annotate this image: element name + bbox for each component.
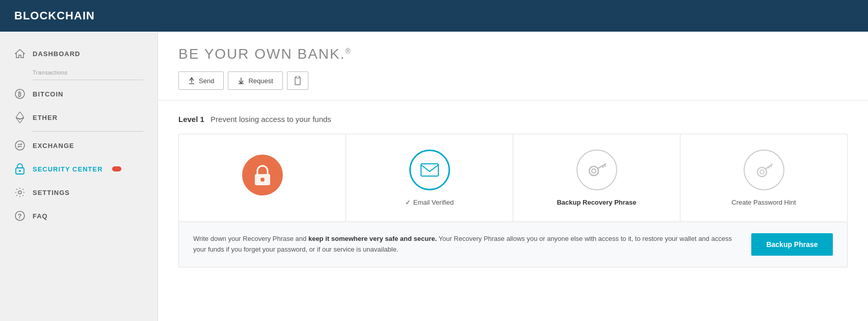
sidebar: Dashboard Transactions ₿ Bitcoin E bbox=[0, 32, 158, 321]
email-card[interactable]: ✓ Email Verified bbox=[346, 134, 513, 221]
ether-icon bbox=[14, 112, 25, 123]
password-circle bbox=[744, 150, 784, 190]
sidebar-item-bitcoin-label: Bitcoin bbox=[33, 90, 63, 98]
clipboard-icon bbox=[294, 76, 302, 85]
svg-point-7 bbox=[18, 191, 21, 194]
email-icon bbox=[420, 163, 439, 177]
svg-rect-16 bbox=[421, 164, 438, 176]
svg-point-4 bbox=[15, 141, 24, 150]
main-content: BE YOUR OWN BANK.® Send Request bbox=[158, 32, 868, 321]
send-icon bbox=[188, 77, 195, 84]
sidebar-item-settings-label: Settings bbox=[33, 189, 70, 196]
settings-icon bbox=[14, 187, 25, 198]
backup-circle bbox=[576, 150, 617, 190]
sidebar-item-ether-label: Ether bbox=[33, 114, 58, 121]
svg-text:₿: ₿ bbox=[18, 91, 22, 98]
info-section: Write down your Recovery Phrase and keep… bbox=[178, 222, 848, 267]
exchange-icon bbox=[14, 140, 25, 151]
sidebar-item-ether[interactable]: Ether bbox=[0, 106, 157, 129]
backup-icon bbox=[587, 160, 607, 180]
lock-card-icon bbox=[253, 165, 272, 185]
sidebar-item-dashboard-label: Dashboard bbox=[33, 50, 81, 58]
lock-circle bbox=[242, 155, 283, 195]
content-top: BE YOUR OWN BANK.® Send Request bbox=[158, 32, 868, 101]
sidebar-item-settings[interactable]: Settings bbox=[0, 181, 157, 204]
active-indicator bbox=[112, 166, 121, 171]
security-cards: ✓ Email Verified bbox=[178, 134, 848, 222]
svg-point-6 bbox=[19, 170, 21, 172]
logo: BLOCKCHAIN bbox=[14, 9, 854, 22]
password-label: Create Password Hint bbox=[731, 199, 796, 206]
svg-point-15 bbox=[260, 178, 265, 182]
app-header: BLOCKCHAIN bbox=[0, 0, 868, 32]
sidebar-item-security-label: Security Center bbox=[33, 165, 103, 173]
lock-card[interactable] bbox=[179, 134, 346, 221]
checkmark-icon: ✓ bbox=[405, 199, 411, 206]
svg-point-22 bbox=[757, 167, 767, 177]
transactions-section-label: Transactions bbox=[0, 65, 157, 78]
svg-point-23 bbox=[760, 170, 764, 174]
svg-point-17 bbox=[589, 166, 598, 176]
sidebar-item-faq[interactable]: ? FAQ bbox=[0, 204, 157, 228]
clipboard-button[interactable] bbox=[287, 71, 308, 90]
backup-phrase-button[interactable]: Backup Phrase bbox=[751, 233, 833, 256]
backup-label: Backup Recovery Phrase bbox=[557, 199, 636, 206]
email-circle bbox=[409, 150, 450, 190]
sidebar-item-exchange[interactable]: Exchange bbox=[0, 134, 157, 157]
sidebar-item-faq-label: FAQ bbox=[33, 212, 48, 220]
sidebar-item-bitcoin[interactable]: ₿ Bitcoin bbox=[0, 82, 157, 106]
password-icon bbox=[754, 160, 774, 180]
backup-card[interactable]: Backup Recovery Phrase bbox=[513, 134, 680, 221]
bitcoin-icon: ₿ bbox=[14, 88, 25, 100]
sidebar-item-dashboard[interactable]: Dashboard bbox=[0, 42, 157, 65]
svg-rect-13 bbox=[296, 76, 299, 78]
level-label: Level 1 Prevent losing access to your fu… bbox=[178, 115, 848, 124]
home-icon bbox=[14, 48, 25, 59]
svg-marker-3 bbox=[16, 117, 24, 123]
send-button[interactable]: Send bbox=[178, 71, 224, 90]
svg-point-18 bbox=[592, 169, 596, 173]
faq-icon: ? bbox=[14, 210, 25, 221]
request-icon bbox=[238, 77, 245, 84]
email-verified-label: ✓ Email Verified bbox=[405, 199, 454, 206]
divider-1 bbox=[33, 80, 143, 80]
password-card[interactable]: Create Password Hint bbox=[680, 134, 847, 221]
sidebar-item-security-center[interactable]: Security Center bbox=[0, 157, 157, 181]
page-title: BE YOUR OWN BANK.® bbox=[178, 46, 848, 62]
info-text: Write down your Recovery Phrase and keep… bbox=[193, 234, 736, 255]
security-section: Level 1 Prevent losing access to your fu… bbox=[158, 101, 868, 282]
svg-text:?: ? bbox=[18, 212, 22, 220]
request-button[interactable]: Request bbox=[228, 71, 282, 90]
action-buttons: Send Request bbox=[178, 71, 848, 90]
divider-2 bbox=[33, 131, 143, 132]
sidebar-item-exchange-label: Exchange bbox=[33, 142, 74, 150]
lock-icon bbox=[14, 163, 25, 175]
